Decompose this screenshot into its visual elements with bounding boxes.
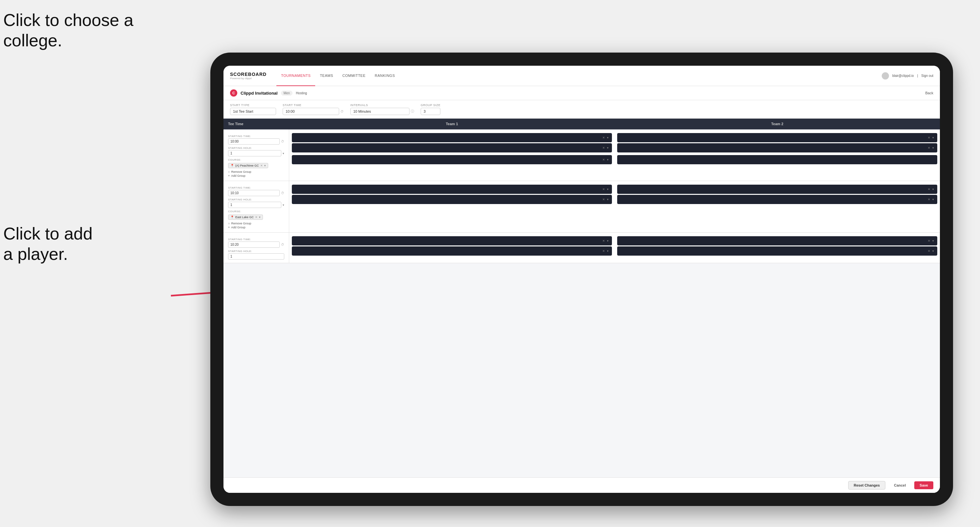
player-slot-1-1[interactable]: ✕ ▾ xyxy=(292,133,612,142)
slot-chevron-6-2[interactable]: ▾ xyxy=(932,249,934,252)
start-time-field: Start Time ⏱ xyxy=(283,103,344,115)
player-slot-6-2[interactable]: ✕ ▾ xyxy=(617,246,937,256)
starting-time-input-3[interactable] xyxy=(228,241,280,248)
group-size-label: Group Size xyxy=(421,103,441,107)
separator: | xyxy=(917,74,918,78)
chevron-icon-1: ▾ xyxy=(283,152,284,155)
slot-x-icon-5-2[interactable]: ✕ xyxy=(602,249,605,252)
player-slot-5-1[interactable]: ✕ ▾ xyxy=(292,236,612,245)
course-tag-2[interactable]: 📍 East Lake GC ✕ ▾ xyxy=(228,214,263,220)
slot-chevron-1-3[interactable]: ▾ xyxy=(607,158,609,161)
group-3: STARTING TIME: ⏱ STARTING HOLE: 1 xyxy=(223,233,940,263)
player-slot-1-2[interactable]: ✕ ▾ xyxy=(292,143,612,152)
nav-tournaments[interactable]: TOURNAMENTS xyxy=(276,66,315,86)
slot-x-icon-2-2[interactable]: ✕ xyxy=(928,146,931,149)
player-slot-controls-6-2: ✕ ▾ xyxy=(928,249,934,252)
remove-group-1[interactable]: ○ Remove Group xyxy=(228,170,284,173)
slot-chevron-6-1[interactable]: ▾ xyxy=(932,239,934,243)
nav-committee[interactable]: COMMITTEE xyxy=(338,66,371,86)
player-slot-2-3[interactable] xyxy=(617,155,937,164)
user-email: blair@clippd.io xyxy=(892,74,914,78)
slot-chevron-4-2[interactable]: ▾ xyxy=(932,198,934,201)
group-1-left: STARTING TIME: ⏱ STARTING HOLE: 1 ▾ COUR… xyxy=(223,129,289,181)
slot-chevron-4-1[interactable]: ▾ xyxy=(932,187,934,191)
tee-time-header: Tee Time xyxy=(223,119,289,129)
slot-chevron-2-2[interactable]: ▾ xyxy=(932,146,934,149)
back-button[interactable]: Back xyxy=(926,91,933,95)
player-slot-6-1[interactable]: ✕ ▾ xyxy=(617,236,937,245)
player-slot-controls-3-2: ✕ ▾ xyxy=(602,198,609,201)
start-type-select[interactable]: 1st Tee Start xyxy=(230,108,276,115)
course-remove-icon-2[interactable]: ✕ xyxy=(255,216,258,219)
remove-group-2[interactable]: ○ Remove Group xyxy=(228,222,284,225)
player-slot-1-3[interactable]: ✕ ▾ xyxy=(292,155,612,164)
nav-rankings[interactable]: RANKINGS xyxy=(370,66,399,86)
starting-hole-label-3: STARTING HOLE: xyxy=(228,250,284,252)
slot-x-icon-5-1[interactable]: ✕ xyxy=(602,239,605,243)
start-time-input[interactable] xyxy=(283,108,339,115)
player-slot-controls-1-1: ✕ ▾ xyxy=(602,136,609,139)
slot-chevron-1-1[interactable]: ▾ xyxy=(607,136,609,139)
brand-subtitle: Powered by clippd xyxy=(230,77,267,80)
slot-x-icon-2-1[interactable]: ✕ xyxy=(928,136,931,139)
slot-x-icon-3-1[interactable]: ✕ xyxy=(602,187,605,191)
nav-right: blair@clippd.io | Sign out xyxy=(882,72,933,79)
player-slot-controls-2-2: ✕ ▾ xyxy=(928,146,934,149)
intervals-select[interactable]: 10 Minutes xyxy=(350,108,409,115)
player-slot-3-1[interactable]: ✕ ▾ xyxy=(292,185,612,194)
player-slot-controls-5-2: ✕ ▾ xyxy=(602,249,609,252)
course-remove-icon-1[interactable]: ✕ xyxy=(260,164,263,167)
slot-x-icon-6-1[interactable]: ✕ xyxy=(928,239,931,243)
avatar xyxy=(882,72,889,79)
slot-chevron-3-1[interactable]: ▾ xyxy=(607,187,609,191)
player-slot-5-2[interactable]: ✕ ▾ xyxy=(292,246,612,256)
player-slot-2-1[interactable]: ✕ ▾ xyxy=(617,133,937,142)
slot-chevron-2-1[interactable]: ▾ xyxy=(932,136,934,139)
starting-time-input-1[interactable] xyxy=(228,138,280,144)
team2-header: Team 2 xyxy=(614,119,940,129)
slot-chevron-5-2[interactable]: ▾ xyxy=(607,249,609,252)
slot-chevron-3-2[interactable]: ▾ xyxy=(607,198,609,201)
course-tag-1[interactable]: 📍 (A) Peachtree GC ✕ ▾ xyxy=(228,163,268,168)
time-icon-3: ⏱ xyxy=(281,243,284,246)
starting-time-input-2[interactable] xyxy=(228,190,280,196)
tablet-frame: SCOREBOARD Powered by clippd TOURNAMENTS… xyxy=(210,52,953,506)
player-slot-4-2[interactable]: ✕ ▾ xyxy=(617,195,937,204)
slot-x-icon-1-2[interactable]: ✕ xyxy=(602,146,605,149)
slot-x-icon-1-1[interactable]: ✕ xyxy=(602,136,605,139)
slot-chevron-5-1[interactable]: ▾ xyxy=(607,239,609,243)
sign-out-link[interactable]: Sign out xyxy=(921,74,933,78)
slot-x-icon-6-2[interactable]: ✕ xyxy=(928,249,931,252)
group-size-select[interactable]: 3 xyxy=(421,108,441,115)
cancel-button[interactable]: Cancel xyxy=(889,481,911,489)
add-group-2[interactable]: + Add Group xyxy=(228,226,284,229)
player-slot-controls-5-1: ✕ ▾ xyxy=(602,239,609,243)
course-tag-text-2: East Lake GC xyxy=(235,216,254,219)
group-1: STARTING TIME: ⏱ STARTING HOLE: 1 ▾ COUR… xyxy=(223,129,940,181)
chevron-icon-2: ▾ xyxy=(283,203,284,207)
starting-hole-select-2[interactable]: 1 xyxy=(228,202,281,208)
remove-icon-1: ○ xyxy=(228,170,230,173)
save-button[interactable]: Save xyxy=(914,481,933,489)
group-2-left: STARTING TIME: ⏱ STARTING HOLE: 1 ▾ COUR… xyxy=(223,181,289,232)
group-3-left: STARTING TIME: ⏱ STARTING HOLE: 1 xyxy=(223,233,289,263)
player-slot-3-2[interactable]: ✕ ▾ xyxy=(292,195,612,204)
group-3-team2: ✕ ▾ ✕ ▾ xyxy=(614,233,940,263)
slot-x-icon-3-2[interactable]: ✕ xyxy=(602,198,605,201)
slot-x-icon-4-2[interactable]: ✕ xyxy=(928,198,931,201)
slot-x-icon-1-3[interactable]: ✕ xyxy=(602,158,605,161)
nav-teams[interactable]: TEAMS xyxy=(315,66,337,86)
slot-x-icon-4-1[interactable]: ✕ xyxy=(928,187,931,191)
reset-changes-button[interactable]: Reset Changes xyxy=(848,481,885,489)
action-links-2: ○ Remove Group + Add Group xyxy=(228,222,284,229)
group-3-team1: ✕ ▾ ✕ ▾ xyxy=(289,233,614,263)
player-slot-controls-4-2: ✕ ▾ xyxy=(928,198,934,201)
nav-links: TOURNAMENTS TEAMS COMMITTEE RANKINGS xyxy=(276,66,882,86)
player-slot-2-2[interactable]: ✕ ▾ xyxy=(617,143,937,152)
starting-hole-select-3[interactable]: 1 xyxy=(228,253,284,260)
slot-chevron-1-2[interactable]: ▾ xyxy=(607,146,609,149)
add-group-1[interactable]: + Add Group xyxy=(228,174,284,178)
player-slot-4-1[interactable]: ✕ ▾ xyxy=(617,185,937,194)
starting-hole-select-1[interactable]: 1 xyxy=(228,150,281,156)
annotation-choose-college: Click to choose a college. xyxy=(3,10,134,51)
